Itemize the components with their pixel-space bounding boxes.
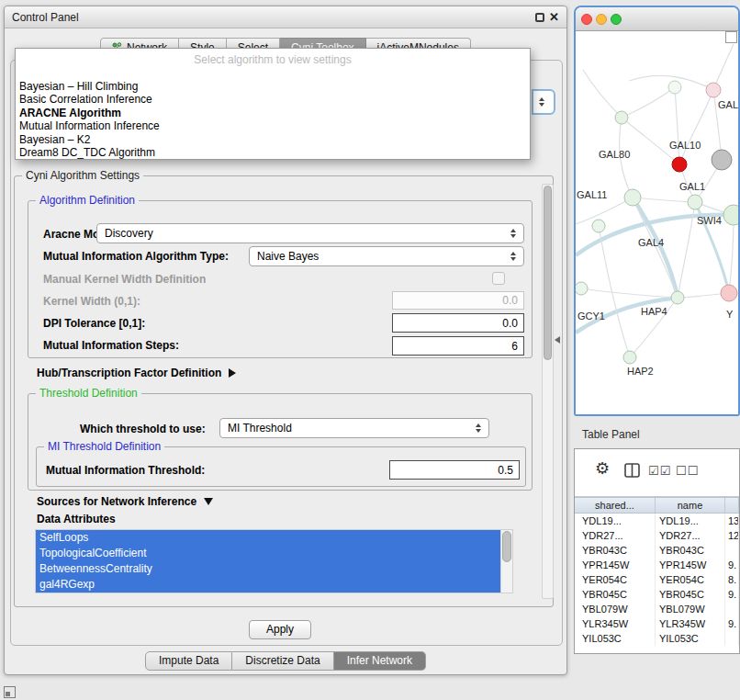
attribute-item-selfloops[interactable]: SelfLoops [36,530,500,546]
cell-shared: YLR345W [575,616,656,631]
attribute-item-gal4rgexp[interactable]: gal4RGexp [36,577,500,593]
algorithm-item-bayesian-hill-climbing[interactable]: Bayesian – Hill Climbing [19,80,526,93]
node-label-gal80[interactable]: GAL80 [599,149,630,160]
algorithm-item-aracne[interactable]: ARACNE Algorithm [19,107,526,119]
deselect-all-rows-icon[interactable]: ☐☐ [676,464,699,478]
network-node-pink[interactable] [721,285,737,301]
node-label-gal4[interactable]: GAL4 [638,237,664,248]
cell-extra: 13 [725,514,739,528]
select-all-rows-icon[interactable]: ☑☑ [648,464,671,478]
hub-definition-section-header[interactable]: Hub/Transcription Factor Definition [37,364,236,380]
mi-algorithm-type-dropdown[interactable]: Naive Bayes [249,246,524,266]
algorithm-item-basic-correlation[interactable]: Basic Correlation Inference [19,93,526,106]
algorithm-item-dream8[interactable]: Dream8 DC_TDC Algorithm [19,146,526,159]
network-node[interactable] [624,189,641,206]
node-label-y[interactable]: Y [726,309,733,320]
dpi-tolerance-input[interactable]: 0.0 [392,313,524,333]
threshold-type-dropdown[interactable]: MI Threshold [219,418,489,438]
settings-scrollbar[interactable] [542,184,554,599]
kernel-width-input[interactable]: 0.0 [392,291,524,310]
table-row[interactable]: YBR043CYBR043C [575,543,739,558]
attributes-scrollbar[interactable] [500,530,512,593]
mi-threshold-input[interactable]: 0.5 [389,460,520,480]
sources-label: Sources for Network Inference [37,495,196,508]
node-label-gal10[interactable]: GAL10 [669,140,701,151]
network-canvas[interactable]: GAL GAL80 GAL10 GAL11 GAL1 SWI4 GAL4 GCY… [576,31,738,414]
node-label-hap4[interactable]: HAP4 [641,306,667,317]
algorithm-item-bayesian-k2[interactable]: Bayesian – K2 [19,133,526,146]
network-node[interactable] [668,81,681,94]
algorithm-item-mutual-information[interactable]: Mutual Information Inference [19,119,526,132]
aracne-mode-dropdown[interactable]: Discovery [96,223,524,243]
network-node[interactable] [671,291,684,304]
table-row[interactable]: YPR145WYPR145W9. [575,558,739,572]
tab-discretize-data[interactable]: Discretize Data [232,651,333,671]
show-columns-icon[interactable] [624,463,640,478]
tab-infer-network[interactable]: Infer Network [334,651,426,671]
cell-extra: 9. [725,558,739,572]
control-panel-titlebar[interactable]: Control Panel ✕ [5,6,566,28]
overview-box[interactable] [725,31,737,43]
node-label-gal1[interactable]: GAL1 [679,181,705,192]
window-zoom-button[interactable] [611,14,622,25]
node-label-gal11[interactable]: GAL11 [577,189,607,200]
mi-steps-label: Mutual Information Steps: [43,339,179,352]
table-settings-gear-icon[interactable]: ⚙ [595,460,610,477]
network-node-red[interactable] [672,157,687,172]
table-row[interactable]: YDL19...YDL19...13 [575,514,739,528]
network-node[interactable] [615,111,628,124]
manual-kernel-width-checkbox[interactable] [492,272,505,285]
table-row[interactable]: YER054CYER054C8. [575,572,739,587]
algorithm-select-combobox[interactable] [532,89,555,115]
network-node-gray[interactable] [712,150,732,170]
node-label-gcy1[interactable]: GCY1 [577,310,605,322]
close-panel-icon[interactable]: ✕ [549,10,559,24]
threshold-type-value: MI Threshold [220,422,472,435]
table-row[interactable]: YBL079WYBL079W [575,602,739,616]
apply-button[interactable]: Apply [249,620,311,639]
dropdown-arrows-icon [472,423,485,433]
dropdown-arrows-icon [507,252,520,261]
algorithm-dropdown-popup: Select algorithm to view settings Bayesi… [15,48,531,160]
network-node[interactable] [623,351,636,364]
attribute-item-betweennesscentrality[interactable]: BetweennessCentrality [36,561,500,577]
network-node[interactable] [723,205,738,225]
tab-impute-data[interactable]: Impute Data [145,651,232,671]
sources-section-header[interactable]: Sources for Network Inference [37,492,213,509]
attribute-item-topologicalcoefficient[interactable]: TopologicalCoefficient [36,546,500,561]
table-row[interactable]: YLR345WYLR345W9. [575,616,739,631]
network-node[interactable] [706,83,721,97]
column-header-shared[interactable]: shared... [575,498,656,513]
panel-collapse-arrow-icon[interactable] [555,336,560,344]
desktop: Control Panel ✕ Network Style Select Cyn… [0,0,740,700]
network-window-titlebar[interactable] [576,7,738,31]
settings-scrollbar-thumb[interactable] [544,186,552,360]
window-minimize-button[interactable] [596,14,607,25]
column-header-extra[interactable] [725,498,739,513]
algorithm-placeholder-item[interactable]: Select algorithm to view settings [16,53,530,66]
node-label-swi4[interactable]: SWI4 [697,215,722,226]
data-attributes-list[interactable]: SelfLoops TopologicalCoefficient Between… [35,529,513,593]
table-header-row: shared... name [575,497,739,514]
threshold-definition-legend: Threshold Definition [36,387,141,400]
cell-name: YIL053C [656,631,725,646]
node-label-hap2[interactable]: HAP2 [627,366,654,377]
cell-name: YDR27... [656,528,725,543]
node-label-gal[interactable]: GAL [718,99,738,110]
mi-threshold-definition-legend: MI Threshold Definition [44,440,164,453]
mi-steps-input[interactable]: 6 [392,336,524,356]
network-node[interactable] [576,282,588,295]
control-panel-title: Control Panel [12,11,79,24]
attributes-scrollbar-thumb[interactable] [502,531,511,562]
network-node[interactable] [592,220,605,232]
float-panel-icon[interactable] [535,13,544,22]
table-row[interactable]: YBR045CYBR045C9. [575,587,739,602]
column-header-name[interactable]: name [656,498,725,513]
cell-shared: YDL19... [575,514,656,528]
panel-dock-icon[interactable] [4,686,16,698]
table-row[interactable]: YIL053CYIL053C [575,631,739,646]
table-row[interactable]: YDR27...YDR27...12 [575,528,739,543]
window-close-button[interactable] [581,14,592,25]
cell-extra [725,543,739,558]
network-node[interactable] [688,195,702,209]
